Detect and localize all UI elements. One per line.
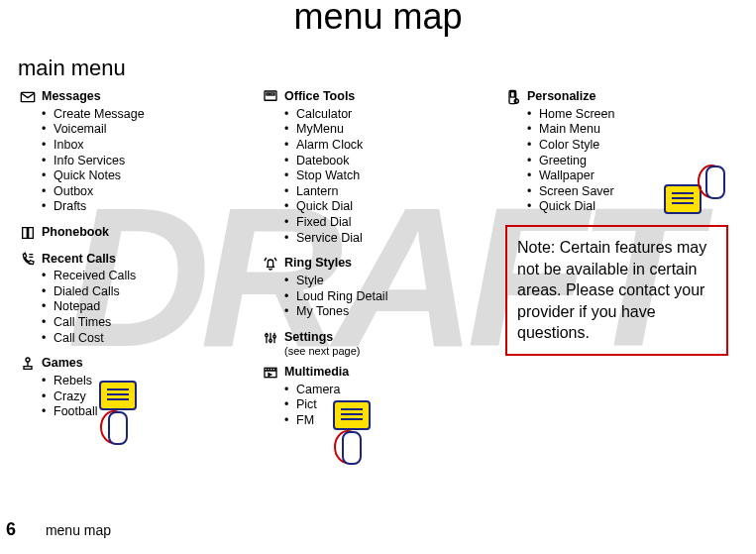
- menu-item: Alarm Clock: [284, 138, 363, 154]
- footer-label: menu map: [46, 522, 111, 538]
- menu-item: Crazy: [42, 389, 97, 405]
- menu-block-office-tools: Office Tools Calculator MyMenu Alarm Clo…: [263, 89, 493, 250]
- book-icon: [20, 225, 42, 246]
- menu-item: Rebels: [42, 374, 97, 389]
- svg-rect-10: [510, 92, 514, 97]
- menu-subtext: (see next page): [284, 345, 360, 359]
- menu-item: Main Menu: [527, 122, 614, 138]
- sticky-note-icon: [99, 381, 137, 410]
- menu-column-3: Personalize Home Screen Main Menu Color …: [499, 89, 742, 356]
- menu-item: My Tones: [284, 304, 387, 320]
- note-box: Note: Certain features may not be availa…: [505, 225, 728, 356]
- menu-item: Calculator: [284, 107, 363, 123]
- annotation-marker: [99, 381, 137, 444]
- menu-item: Stop Watch: [284, 168, 363, 184]
- svg-rect-3: [267, 93, 270, 95]
- menu-item: Service Dial: [284, 231, 363, 247]
- svg-point-5: [266, 334, 269, 337]
- menu-item: Create Message: [42, 107, 145, 123]
- annotation-marker: [664, 166, 727, 214]
- menu-column-2: Office Tools Calculator MyMenu Alarm Clo…: [257, 89, 499, 439]
- menu-item: Notepad: [42, 299, 136, 315]
- joystick-icon: [20, 356, 42, 377]
- menu-item: Quick Dial: [527, 199, 614, 215]
- menu-heading: Office Tools: [284, 89, 363, 105]
- sticky-note-icon: [664, 184, 702, 214]
- svg-point-1: [26, 358, 30, 362]
- menu-item: Drafts: [42, 199, 145, 215]
- sliders-icon: [263, 330, 284, 351]
- menu-block-recent-calls: Recent Calls Received Calls Dialed Calls…: [20, 252, 251, 351]
- film-icon: [263, 365, 284, 386]
- menu-heading: Ring Styles: [284, 256, 387, 272]
- menu-item: Quick Dial: [284, 199, 363, 215]
- menu-item: Datebook: [284, 154, 363, 169]
- menu-item: Outbox: [42, 184, 145, 200]
- menu-item: Camera: [284, 383, 349, 398]
- page-footer: 6 menu map: [6, 519, 111, 540]
- annotation-marker: [333, 400, 371, 464]
- paperclip-icon: [106, 412, 130, 444]
- menu-item: Inbox: [42, 138, 145, 154]
- menu-item: Info Services: [42, 154, 145, 169]
- tools-icon: [263, 89, 284, 110]
- menu-block-multimedia: Multimedia Camera Pict FM: [263, 365, 493, 433]
- menu-item: Football: [42, 404, 97, 420]
- paperclip-icon: [340, 432, 364, 464]
- menu-block-settings: Settings (see next page): [263, 330, 493, 359]
- menu-item: Lantern: [284, 184, 363, 200]
- menu-item: Call Times: [42, 315, 136, 331]
- menu-block-phonebook: Phonebook: [20, 225, 251, 246]
- menu-item: Style: [284, 274, 387, 289]
- menu-item: Screen Saver: [527, 184, 614, 200]
- menu-heading: Messages: [42, 89, 145, 105]
- menu-item: Voicemail: [42, 122, 145, 138]
- menu-block-ring-styles: Ring Styles Style Loud Ring Detail My To…: [263, 256, 493, 324]
- svg-point-7: [273, 335, 276, 338]
- menu-item: Home Screen: [527, 107, 614, 123]
- menu-item: Call Cost: [42, 331, 136, 347]
- menu-item: Fixed Dial: [284, 215, 363, 231]
- menu-items: Style Loud Ring Detail My Tones: [284, 274, 387, 320]
- menu-items: Calculator MyMenu Alarm Clock Datebook S…: [284, 107, 363, 247]
- menu-item: Quick Notes: [42, 168, 145, 184]
- sticky-note-icon: [333, 400, 371, 430]
- menu-item: MyMenu: [284, 122, 363, 138]
- menu-items: Home Screen Main Menu Color Style Greeti…: [527, 107, 614, 215]
- menu-item: Received Calls: [42, 269, 136, 284]
- envelope-icon: [20, 89, 42, 110]
- svg-point-6: [270, 339, 272, 342]
- menu-items: Received Calls Dialed Calls Notepad Call…: [42, 269, 136, 346]
- menu-heading: Personalize: [527, 89, 614, 105]
- menu-item: Wallpaper: [527, 168, 614, 184]
- menu-item: Greeting: [527, 154, 614, 169]
- page-title: menu map: [0, 0, 756, 38]
- menu-column-1: Messages Create Message Voicemail Inbox …: [14, 89, 257, 430]
- phone-gear-icon: [505, 89, 527, 110]
- menu-item: Dialed Calls: [42, 284, 136, 300]
- menu-item: Color Style: [527, 138, 614, 154]
- main-menu-heading: main menu: [18, 55, 756, 81]
- menu-item: Loud Ring Detail: [284, 289, 387, 305]
- bell-icon: [263, 256, 284, 277]
- menu-block-messages: Messages Create Message Voicemail Inbox …: [20, 89, 251, 219]
- phone-list-icon: [20, 252, 42, 273]
- menu-heading: Multimedia: [284, 365, 349, 381]
- page-number: 6: [6, 519, 16, 539]
- paperclip-icon: [703, 166, 727, 198]
- menu-heading: Recent Calls: [42, 252, 136, 268]
- menu-heading: Settings: [284, 330, 360, 346]
- menu-heading: Phonebook: [42, 225, 109, 241]
- menu-items: Rebels Crazy Football: [42, 374, 97, 420]
- menu-heading: Games: [42, 356, 97, 372]
- svg-rect-4: [270, 93, 274, 95]
- menu-items: Create Message Voicemail Inbox Info Serv…: [42, 107, 145, 215]
